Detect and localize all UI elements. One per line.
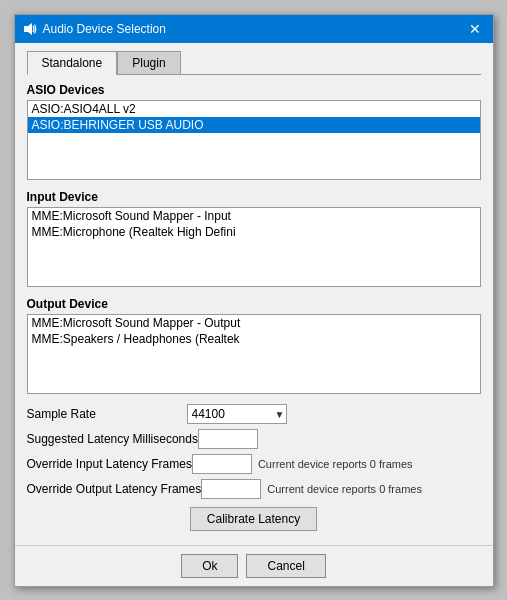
sample-rate-label: Sample Rate [27,407,187,421]
list-item[interactable]: MME:Microphone (Realtek High Defini [28,224,480,240]
asio-devices-section: ASIO Devices ASIO:ASIO4ALL v2 ASIO:BEHRI… [27,83,481,180]
title-bar-left: Audio Device Selection [23,22,166,36]
tab-standalone[interactable]: Standalone [27,51,118,75]
override-input-row: Override Input Latency Frames Current de… [27,454,481,474]
override-output-latency-input[interactable] [201,479,261,499]
list-item[interactable]: ASIO:ASIO4ALL v2 [28,101,480,117]
dialog-footer: Ok Cancel [15,545,493,586]
override-output-note: Current device reports 0 frames [267,483,422,495]
dialog-body: Standalone Plugin ASIO Devices ASIO:ASIO… [15,43,493,545]
list-item[interactable]: MME:Speakers / Headphones (Realtek [28,331,480,347]
override-output-row: Override Output Latency Frames Current d… [27,479,481,499]
input-device-list[interactable]: MME:Microsoft Sound Mapper - Input MME:M… [27,207,481,287]
override-input-note: Current device reports 0 frames [258,458,413,470]
input-device-section: Input Device MME:Microsoft Sound Mapper … [27,190,481,287]
list-item[interactable]: ASIO:BEHRINGER USB AUDIO [28,117,480,133]
suggested-latency-row: Suggested Latency Milliseconds [27,429,481,449]
override-input-label: Override Input Latency Frames [27,457,192,471]
tab-row: Standalone Plugin [27,51,481,75]
list-item[interactable]: MME:Microsoft Sound Mapper - Output [28,315,480,331]
output-device-list[interactable]: MME:Microsoft Sound Mapper - Output MME:… [27,314,481,394]
asio-devices-label: ASIO Devices [27,83,481,97]
title-bar: Audio Device Selection ✕ [15,15,493,43]
tab-plugin[interactable]: Plugin [117,51,180,75]
close-button[interactable]: ✕ [465,19,485,39]
sample-rate-row: Sample Rate 44100 48000 88200 96000 ▼ [27,404,481,424]
calibrate-button-row: Calibrate Latency [27,507,481,531]
ok-button[interactable]: Ok [181,554,238,578]
svg-rect-0 [24,26,28,32]
override-input-latency-input[interactable] [192,454,252,474]
suggested-latency-label: Suggested Latency Milliseconds [27,432,198,446]
output-device-section: Output Device MME:Microsoft Sound Mapper… [27,297,481,394]
dialog-window: Audio Device Selection ✕ Standalone Plug… [14,14,494,587]
override-output-label: Override Output Latency Frames [27,482,202,496]
list-item[interactable]: MME:Microsoft Sound Mapper - Input [28,208,480,224]
asio-devices-list[interactable]: ASIO:ASIO4ALL v2 ASIO:BEHRINGER USB AUDI… [27,100,481,180]
audio-icon [23,22,37,36]
calibrate-button[interactable]: Calibrate Latency [190,507,317,531]
svg-marker-1 [28,23,32,35]
suggested-latency-input[interactable] [198,429,258,449]
sample-rate-select[interactable]: 44100 48000 88200 96000 [187,404,287,424]
sample-rate-select-wrapper: 44100 48000 88200 96000 ▼ [187,404,287,424]
input-device-label: Input Device [27,190,481,204]
output-device-label: Output Device [27,297,481,311]
cancel-button[interactable]: Cancel [246,554,325,578]
form-section: Sample Rate 44100 48000 88200 96000 ▼ Su… [27,404,481,499]
title-text: Audio Device Selection [43,22,166,36]
